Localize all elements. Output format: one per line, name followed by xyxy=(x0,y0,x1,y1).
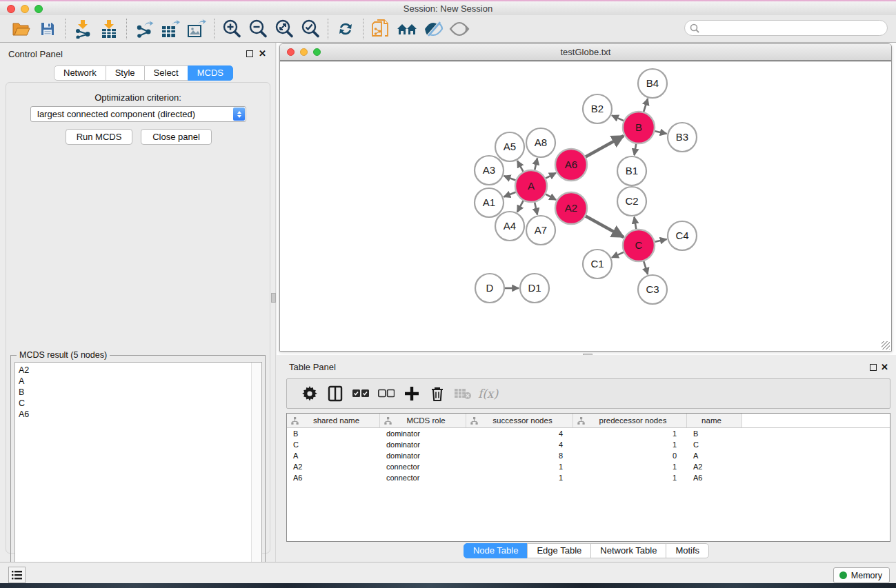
table-cell[interactable]: C xyxy=(687,440,742,449)
graph-edge-A-A3[interactable] xyxy=(504,176,516,180)
mcds-result-item[interactable]: A2 xyxy=(19,365,261,376)
table-cell[interactable]: B xyxy=(287,429,380,438)
export-network-icon[interactable] xyxy=(131,17,157,41)
graph-edge-B-B1[interactable] xyxy=(635,144,637,156)
graph-edge-A-A4[interactable] xyxy=(517,201,524,212)
search-input[interactable] xyxy=(684,20,888,36)
import-network-icon[interactable] xyxy=(70,17,96,41)
graph-edge-A-A7[interactable] xyxy=(535,202,537,214)
mcds-result-item[interactable]: A xyxy=(19,376,261,387)
zoom-window-icon[interactable] xyxy=(34,5,43,13)
window-resize-grip[interactable] xyxy=(882,341,890,349)
graph-edge-C-C4[interactable] xyxy=(655,239,666,242)
table-cell[interactable]: 1 xyxy=(466,463,573,471)
select-all-icon[interactable] xyxy=(348,382,373,405)
zoom-fit-icon[interactable] xyxy=(271,17,297,41)
close-window-icon[interactable] xyxy=(7,5,15,13)
graph-edge-A-A8[interactable] xyxy=(535,158,537,170)
graph-edge-A-A6[interactable] xyxy=(546,173,556,179)
close-window-icon[interactable] xyxy=(287,48,295,56)
column-header-MCDS-role[interactable]: MCDS role xyxy=(380,414,466,427)
tab-network-table[interactable]: Network Table xyxy=(590,543,666,558)
delete-column-icon[interactable] xyxy=(424,382,450,405)
graph-edge-C-C3[interactable] xyxy=(644,261,648,274)
window-controls[interactable] xyxy=(7,5,43,13)
close-panel-icon[interactable]: ✕ xyxy=(259,48,266,59)
panel-splitter-handle[interactable] xyxy=(271,293,276,303)
table-row[interactable]: Adominator80A xyxy=(287,450,890,461)
table-row[interactable]: A6connector11A6 xyxy=(287,472,890,483)
table-cell[interactable]: 8 xyxy=(466,452,573,460)
column-header-successor-nodes[interactable]: successor nodes xyxy=(466,414,573,427)
function-builder-icon[interactable]: f(x) xyxy=(475,382,501,405)
graph-edge-C-C2[interactable] xyxy=(635,217,637,230)
table-cell[interactable]: connector xyxy=(380,463,466,471)
graph-edge-B-B3[interactable] xyxy=(655,131,666,134)
mcds-result-list[interactable]: A2ABCA6 xyxy=(14,362,262,585)
table-cell[interactable]: 0 xyxy=(573,452,687,460)
tab-edge-table[interactable]: Edge Table xyxy=(527,543,591,558)
first-neighbors-icon[interactable] xyxy=(394,17,420,41)
network-graph[interactable]: B4B2BB3A8A5A6B1A3AC2A1A2A4A7C4CC1C3DD1 xyxy=(280,61,891,352)
float-panel-icon[interactable] xyxy=(246,50,253,57)
run-mcds-button[interactable]: Run MCDS xyxy=(66,129,132,145)
tab-select[interactable]: Select xyxy=(144,65,188,81)
table-cell[interactable]: dominator xyxy=(380,429,466,438)
add-column-icon[interactable] xyxy=(399,382,424,405)
close-panel-button[interactable]: Close panel xyxy=(141,129,212,145)
table-row[interactable]: Bdominator41B xyxy=(287,428,890,439)
criterion-select[interactable]: largest connected component (directed) xyxy=(30,106,246,122)
graph-edge-B-B2[interactable] xyxy=(612,115,624,121)
table-cell[interactable]: B xyxy=(687,429,742,438)
task-history-button[interactable] xyxy=(8,567,26,583)
table-cell[interactable]: A xyxy=(287,452,380,460)
tab-mcds[interactable]: MCDS xyxy=(188,65,233,81)
export-table-icon[interactable] xyxy=(157,17,183,41)
graph-edge-A-A2[interactable] xyxy=(546,194,556,200)
zoom-out-icon[interactable] xyxy=(245,17,271,41)
export-image-icon[interactable] xyxy=(183,17,210,41)
table-cell[interactable]: A6 xyxy=(287,474,380,482)
table-cell[interactable]: 4 xyxy=(466,440,573,449)
mcds-result-item[interactable]: A6 xyxy=(19,409,261,420)
table-cell[interactable]: A2 xyxy=(687,463,742,471)
graph-edge-A-A1[interactable] xyxy=(504,192,515,197)
network-canvas[interactable]: B4B2BB3A8A5A6B1A3AC2A1A2A4A7C4CC1C3DD1 xyxy=(280,61,891,351)
node-table[interactable]: shared nameMCDS rolesuccessor nodesprede… xyxy=(286,413,890,542)
import-table-icon[interactable] xyxy=(96,17,122,41)
hide-selected-icon[interactable] xyxy=(420,17,446,41)
clone-network-icon[interactable] xyxy=(368,17,394,41)
zoom-in-icon[interactable] xyxy=(219,17,245,41)
close-panel-icon[interactable]: ✕ xyxy=(881,362,888,372)
graph-edge-A6-B[interactable] xyxy=(586,136,624,156)
column-header-shared-name[interactable]: shared name xyxy=(287,414,380,427)
show-all-icon[interactable] xyxy=(446,17,472,41)
tab-network[interactable]: Network xyxy=(54,65,106,81)
table-cell[interactable]: 1 xyxy=(573,474,687,482)
table-cell[interactable]: 4 xyxy=(466,429,573,438)
mcds-result-scrollbar[interactable] xyxy=(251,363,261,585)
memory-button[interactable]: Memory xyxy=(833,567,890,583)
table-cell[interactable]: C xyxy=(287,440,380,449)
minimize-window-icon[interactable] xyxy=(21,5,29,13)
minimize-window-icon[interactable] xyxy=(300,48,308,56)
zoom-selected-icon[interactable] xyxy=(297,17,323,41)
tab-style[interactable]: Style xyxy=(106,65,145,81)
search-field[interactable] xyxy=(684,20,888,36)
graph-edge-B-B4[interactable] xyxy=(644,99,648,112)
graph-edge-A-A5[interactable] xyxy=(517,161,524,172)
table-cell[interactable]: 1 xyxy=(573,429,687,438)
network-window-titlebar[interactable]: testGlobe.txt xyxy=(280,44,891,61)
save-session-icon[interactable] xyxy=(34,17,61,41)
column-header-predecessor-nodes[interactable]: predecessor nodes xyxy=(573,414,687,427)
network-window-controls[interactable] xyxy=(287,48,321,56)
refresh-icon[interactable] xyxy=(332,17,359,41)
tab-node-table[interactable]: Node Table xyxy=(464,543,528,558)
table-cell[interactable]: dominator xyxy=(380,452,466,460)
mcds-result-item[interactable]: C xyxy=(19,398,261,409)
table-cell[interactable]: 1 xyxy=(466,474,573,482)
mcds-result-item[interactable]: B xyxy=(19,387,261,398)
graph-edge-A2-C[interactable] xyxy=(586,216,624,237)
zoom-window-icon[interactable] xyxy=(313,48,321,56)
float-panel-icon[interactable] xyxy=(870,364,877,371)
